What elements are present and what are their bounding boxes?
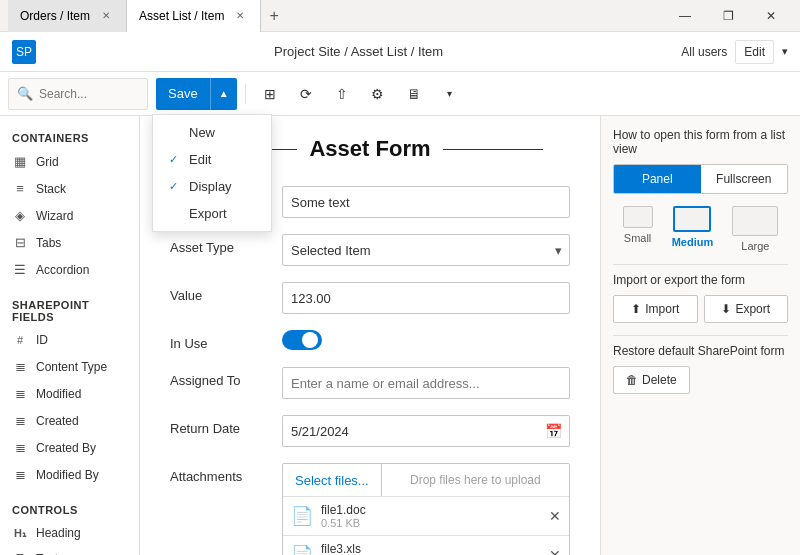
save-button[interactable]: Save	[156, 78, 210, 110]
export-icon: ⬇	[721, 302, 731, 316]
tab-asset-item[interactable]: Asset List / Item ✕	[127, 0, 261, 32]
sidebar-item-id[interactable]: # ID	[0, 327, 139, 353]
monitor-dropdown-button[interactable]: ▾	[434, 78, 466, 110]
search-box[interactable]: 🔍	[8, 78, 148, 110]
size-option-small[interactable]: Small	[623, 206, 653, 252]
save-dropdown-menu: New ✓ Edit ✓ Display Export	[152, 114, 272, 232]
modified-by-icon: ≣	[12, 467, 28, 482]
save-dropdown-button[interactable]: ▲	[210, 78, 237, 110]
sidebar-item-tabs[interactable]: ⊟ Tabs	[0, 229, 139, 256]
restore-title: Restore default SharePoint form	[613, 344, 788, 358]
import-button[interactable]: ⬆ Import	[613, 295, 698, 323]
attachments-area: Select files... Drop files here to uploa…	[282, 463, 570, 555]
import-label: Import	[645, 302, 679, 316]
minimize-button[interactable]: —	[671, 5, 699, 27]
menu-display-label: Display	[189, 179, 232, 194]
search-input[interactable]	[39, 87, 139, 101]
id-icon: #	[12, 334, 28, 346]
value-control	[282, 282, 570, 314]
sidebar-item-stack[interactable]: ≡ Stack	[0, 175, 139, 202]
menu-item-display[interactable]: ✓ Display	[153, 173, 271, 200]
sidebar-item-modified-by-label: Modified By	[36, 468, 99, 482]
sidebar: CONTAINERS ▦ Grid ≡ Stack ◈ Wizard ⊟ Tab…	[0, 116, 140, 555]
tab-orders-close[interactable]: ✕	[98, 8, 114, 23]
edit-button[interactable]: Edit	[735, 40, 774, 64]
sidebar-item-text[interactable]: T Text	[0, 546, 139, 555]
toolbar-separator	[245, 84, 246, 104]
sidebar-item-grid[interactable]: ▦ Grid	[0, 148, 139, 175]
assigned-to-control	[282, 367, 570, 399]
new-tab-button[interactable]: +	[261, 0, 286, 32]
close-button[interactable]: ✕	[758, 5, 784, 27]
file-2-remove-button[interactable]: ✕	[549, 547, 561, 555]
new-check-icon	[169, 126, 181, 138]
asset-type-select-wrap: Selected Item ▾	[282, 234, 570, 266]
tab-asset-close[interactable]: ✕	[232, 8, 248, 23]
in-use-toggle[interactable]	[282, 330, 322, 350]
layout-icon-button[interactable]: ⊞	[254, 78, 286, 110]
export-button[interactable]: ⬇ Export	[704, 295, 789, 323]
monitor-icon-button[interactable]: 🖥	[398, 78, 430, 110]
settings-icon: ⚙	[371, 86, 384, 102]
sidebar-item-created-by[interactable]: ≣ Created By	[0, 434, 139, 461]
file-1-size: 0.51 KB	[321, 517, 541, 529]
panel-divider-1	[613, 264, 788, 265]
tab-orders-item[interactable]: Orders / Item ✕	[8, 0, 127, 32]
right-panel: How to open this form from a list view P…	[600, 116, 800, 555]
display-check-icon: ✓	[169, 180, 181, 193]
sidebar-item-wizard[interactable]: ◈ Wizard	[0, 202, 139, 229]
share-icon-button[interactable]: ⇧	[326, 78, 358, 110]
sidebar-item-created-by-label: Created By	[36, 441, 96, 455]
sidebar-item-accordion[interactable]: ☰ Accordion	[0, 256, 139, 283]
return-date-input[interactable]	[282, 415, 570, 447]
sidebar-item-modified-by[interactable]: ≣ Modified By	[0, 461, 139, 488]
date-wrap: 📅	[282, 415, 570, 447]
menu-item-export[interactable]: Export	[153, 200, 271, 227]
monitor-dropdown-icon: ▾	[447, 88, 452, 99]
assigned-to-label: Assigned To	[170, 367, 270, 388]
menu-edit-label: Edit	[189, 152, 211, 167]
edit-dropdown-icon[interactable]: ▾	[782, 45, 788, 58]
value-input[interactable]	[282, 282, 570, 314]
assigned-to-input[interactable]	[282, 367, 570, 399]
menu-item-new[interactable]: New	[153, 119, 271, 146]
sidebar-item-id-label: ID	[36, 333, 48, 347]
settings-icon-button[interactable]: ⚙	[362, 78, 394, 110]
app-logo: SP	[12, 40, 36, 64]
select-files-button[interactable]: Select files...	[283, 464, 382, 496]
panel-view-button[interactable]: Panel	[614, 165, 701, 193]
size-option-medium[interactable]: Medium	[672, 206, 714, 252]
export-check-icon	[169, 207, 181, 219]
sidebar-item-heading[interactable]: H₁ Heading	[0, 520, 139, 546]
asset-type-control: Selected Item ▾	[282, 234, 570, 266]
asset-type-select[interactable]: Selected Item	[282, 234, 570, 266]
refresh-icon-button[interactable]: ⟳	[290, 78, 322, 110]
sidebar-item-content-type[interactable]: ≣ Content Type	[0, 353, 139, 380]
controls-section-label: CONTROLS	[0, 496, 139, 520]
file-1-info: file1.doc 0.51 KB	[321, 503, 541, 529]
import-export-title: Import or export the form	[613, 273, 788, 287]
sidebar-item-accordion-label: Accordion	[36, 263, 89, 277]
delete-button[interactable]: 🗑 Delete	[613, 366, 690, 394]
fullscreen-view-button[interactable]: Fullscreen	[701, 165, 788, 193]
created-icon: ≣	[12, 413, 28, 428]
attachments-control: Select files... Drop files here to uploa…	[282, 463, 570, 555]
import-icon: ⬆	[631, 302, 641, 316]
attachment-file-2: 📄 file3.xls 0.70 KB ✕	[283, 535, 569, 555]
sidebar-item-content-type-label: Content Type	[36, 360, 107, 374]
large-preview	[732, 206, 778, 236]
file-1-remove-button[interactable]: ✕	[549, 508, 561, 524]
calendar-icon[interactable]: 📅	[545, 423, 562, 439]
small-label: Small	[624, 232, 652, 244]
form-row-value: Value	[170, 282, 570, 314]
form-row-return-date: Return Date 📅	[170, 415, 570, 447]
size-option-large[interactable]: Large	[732, 206, 778, 252]
return-date-label: Return Date	[170, 415, 270, 436]
sidebar-item-modified[interactable]: ≣ Modified	[0, 380, 139, 407]
accordion-icon: ☰	[12, 262, 28, 277]
maximize-button[interactable]: ❐	[715, 5, 742, 27]
menu-export-label: Export	[189, 206, 227, 221]
asset-input[interactable]	[282, 186, 570, 218]
menu-item-edit[interactable]: ✓ Edit	[153, 146, 271, 173]
sidebar-item-created[interactable]: ≣ Created	[0, 407, 139, 434]
